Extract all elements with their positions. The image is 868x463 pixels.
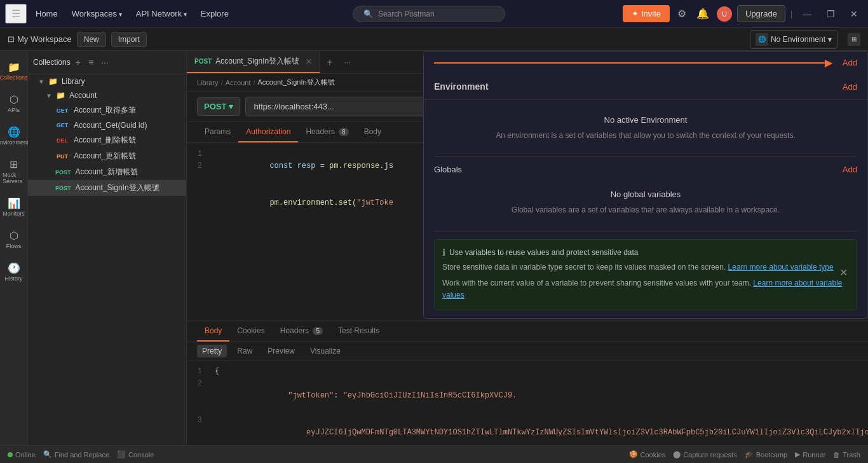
runner-button[interactable]: ▶ Runner [795,450,825,459]
format-preview[interactable]: Preview [262,345,300,357]
arrow-bar [434,62,825,64]
item-label: Account_Get(Guid id) [74,121,147,130]
settings-icon[interactable]: ⚙ [675,5,689,22]
resp-line-num-1: 1 [194,366,202,378]
item-label: Account_更新帳號 [74,151,136,162]
list-item[interactable]: GET Account_Get(Guid id) [28,118,186,132]
sidebar-item-environments[interactable]: 🌐 Environments [0,121,27,151]
add-collection-button[interactable]: + [73,56,83,69]
statusbar-right: 🍪 Cookies ⬤ Capture requests 🎓 Bootcamp … [629,450,860,459]
method-badge-put: PUT [53,153,71,160]
runner-label: Runner [803,451,825,459]
tab-params[interactable]: Params [197,122,238,142]
list-item[interactable]: GET Account_取得多筆 [28,102,186,118]
apis-icon: ⬡ [10,93,18,106]
method-badge-post2: POST [53,184,73,192]
env-header-add[interactable]: Add [843,82,857,92]
code-str: "jwtToke [356,198,393,207]
topbar-search-area: 🔍 Search Postman [238,6,620,22]
line-numbers: 1 2 [187,148,210,315]
env-grid-icon[interactable]: ⊞ [848,33,860,46]
format-visualize[interactable]: Visualize [305,345,346,357]
sort-button[interactable]: ≡ [86,56,96,69]
upgrade-button[interactable]: Upgrade [737,5,785,22]
tab-authorization[interactable]: Authorization [238,122,298,142]
tree-library[interactable]: ▼ 📁 Library [28,74,186,88]
tab-close-icon[interactable]: ✕ [306,57,312,66]
new-button[interactable]: New [77,32,106,47]
tab-body[interactable]: Body [356,122,389,142]
tab-headers[interactable]: Headers 8 [298,122,356,142]
nav-api-network[interactable]: API Network [130,5,193,22]
env-overlay-title: Environment [434,81,843,92]
resp-tab-tests[interactable]: Test Results [330,321,387,342]
response-area: Body Cookies Headers 5 Test Results Pret… [187,321,868,445]
notifications-icon[interactable]: 🔔 [694,5,712,22]
bootcamp-button[interactable]: 🎓 Bootcamp [745,450,788,459]
sidebar-item-collections[interactable]: 📁 Collections [0,56,27,86]
list-item[interactable]: POST Account_新增帳號 [28,164,186,180]
sidebar-item-apis[interactable]: ⬡ APIs [0,88,27,118]
menu-icon[interactable]: ☰ [5,4,27,24]
method-badge-get2: GET [53,121,71,129]
method-badge-post1: POST [53,169,73,176]
nav-explore[interactable]: Explore [194,5,235,22]
account-folder-icon: 📁 [56,91,65,100]
close-button[interactable]: ✕ [845,6,863,22]
tree-account[interactable]: ▼ 📁 Account [28,88,186,102]
sidebar-item-history[interactable]: 🕐 History [0,257,27,287]
arrow-line: ▶ Add [424,52,867,74]
nav-workspaces[interactable]: Workspaces [65,5,128,22]
env-no-active-section: No active Environment An environment is … [424,100,867,156]
list-item[interactable]: POST Account_SignIn登入帳號 [28,180,186,196]
format-pretty[interactable]: Pretty [197,345,227,357]
list-item[interactable]: PUT Account_更新帳號 [28,148,186,164]
tab-signin[interactable]: POST Account_SignIn登入帳號 ✕ [187,51,320,73]
environment-selector[interactable]: 🌐 No Environment ▾ [750,30,837,49]
minimize-button[interactable]: — [797,6,817,22]
avatar[interactable]: U [717,6,732,22]
env-add-button[interactable]: Add [843,58,857,67]
resp-body: 1 2 3 { "jwtToken": "eyJhbGciOiJIUzI1NiI… [187,361,868,445]
console-button[interactable]: ⬛ Console [117,450,154,459]
cookies-button[interactable]: 🍪 Cookies [629,450,666,459]
workspace-label: My Workspace [17,34,72,44]
resp-tab-headers[interactable]: Headers 5 [273,321,330,342]
resp-tab-body[interactable]: Body [197,321,229,342]
sidebar-item-flows[interactable]: ⬡ Flows [0,225,27,254]
nav-home[interactable]: Home [29,5,64,22]
collections-icon: 📁 [8,61,20,73]
breadcrumb-account[interactable]: Account [226,79,251,86]
find-replace-button[interactable]: 🔍 Find and Replace [43,450,109,459]
capture-button[interactable]: ⬤ Capture requests [673,450,736,459]
list-item[interactable]: DEL Account_刪除帳號 [28,132,186,148]
format-raw[interactable]: Raw [232,345,257,357]
code-fn: pm [329,162,338,170]
new-tab-button[interactable]: + [320,57,339,68]
invite-button[interactable]: ✦ Invite [623,5,670,22]
tab-more-button[interactable]: ··· [339,58,356,67]
trash-button[interactable]: 🗑 Trash [833,451,860,459]
tip-close-button[interactable]: ✕ [837,264,850,281]
globals-add-button[interactable]: Add [843,165,857,174]
maximize-button[interactable]: ❐ [822,6,840,22]
sidebar-item-mock-servers[interactable]: ⊞ Mock Servers [0,153,27,190]
flows-icon: ⬡ [10,230,18,242]
resp-tab-cookies[interactable]: Cookies [229,321,272,342]
bootcamp-icon: 🎓 [745,450,754,459]
main-content: 📁 Collections ⬡ APIs 🌐 Environments ⊞ Mo… [0,51,868,445]
sidebar-item-monitors[interactable]: 📊 Monitors [0,192,27,222]
more-options-button[interactable]: ··· [98,56,111,69]
capture-icon: ⬤ [673,450,681,459]
breadcrumb-library[interactable]: Library [197,79,219,86]
workspace-selector[interactable]: ⊡ My Workspace [8,34,72,44]
import-button[interactable]: Import [111,32,147,47]
globals-title: Globals [434,165,843,174]
method-selector[interactable]: POST ▾ [197,97,240,116]
tip-link1[interactable]: Learn more about variable type [728,263,834,272]
statusbar: Online 🔍 Find and Replace ⬛ Console 🍪 Co… [0,445,868,463]
invite-icon: ✦ [632,9,639,18]
sidebar-label-monitors: Monitors [3,211,25,217]
online-status[interactable]: Online [8,451,36,459]
search-box[interactable]: 🔍 Search Postman [353,6,505,22]
